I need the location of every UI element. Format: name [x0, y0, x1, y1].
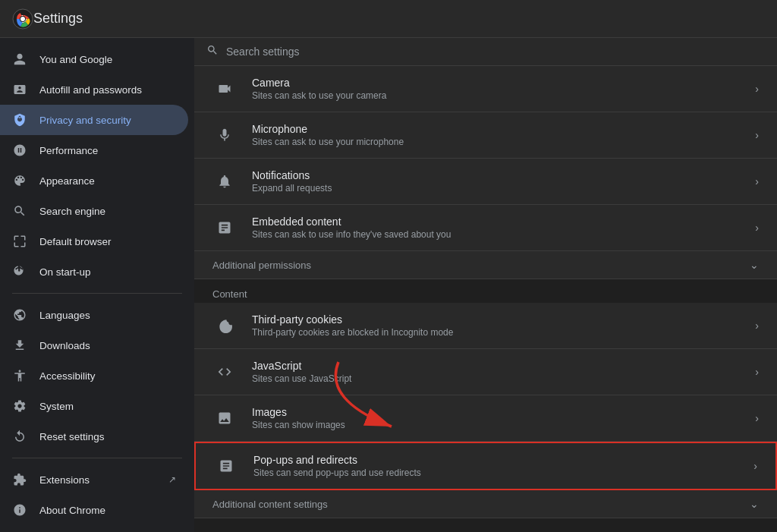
- settings-item-camera[interactable]: Camera Sites can ask to use your camera …: [194, 66, 777, 112]
- sidebar-item-default-browser[interactable]: Default browser: [0, 226, 188, 257]
- sidebar-item-label: On start-up: [39, 266, 176, 278]
- search-icon: [12, 203, 27, 219]
- external-link-icon: ↗: [168, 474, 176, 485]
- sidebar-divider-2: [12, 458, 182, 458]
- sidebar-item-label: Performance: [39, 145, 176, 156]
- sidebar-divider: [12, 293, 182, 294]
- sidebar-item-label: About Chrome: [39, 505, 176, 516]
- sidebar-item-label: Privacy and security: [39, 115, 176, 126]
- sidebar-item-label: Default browser: [39, 236, 176, 247]
- sidebar-item-on-startup[interactable]: On start-up: [0, 257, 188, 287]
- cookie-icon: [212, 313, 237, 338]
- images-title: Images: [252, 406, 740, 418]
- cookies-text: Third-party cookies Third-party cookies …: [252, 313, 740, 338]
- content-section-label: Content: [194, 279, 777, 303]
- microphone-text: Microphone Sites can ask to use your mic…: [252, 123, 740, 147]
- download-icon: [12, 338, 27, 353]
- sidebar-item-label: Search engine: [39, 206, 176, 217]
- javascript-title: JavaScript: [252, 360, 740, 372]
- sidebar-item-appearance[interactable]: Appearance: [0, 165, 188, 196]
- images-text: Images Sites can show images: [252, 406, 740, 430]
- sidebar-item-search-engine[interactable]: Search engine: [0, 196, 188, 226]
- additional-content-settings-header[interactable]: Additional content settings ⌄: [194, 490, 777, 518]
- search-input[interactable]: [226, 46, 765, 58]
- additional-permissions-label: Additional permissions: [212, 260, 750, 271]
- mic-icon: [212, 123, 237, 147]
- speed-icon: [12, 143, 27, 158]
- main-content-area: Camera Sites can ask to use your camera …: [194, 38, 777, 532]
- javascript-desc: Sites can use JavaScript: [252, 373, 740, 384]
- popups-text: Pop-ups and redirects Sites can send pop…: [253, 454, 738, 478]
- chevron-right-icon: ›: [755, 412, 759, 424]
- sidebar-item-you-and-google[interactable]: You and Google: [0, 44, 188, 74]
- cookies-desc: Third-party cookies are blocked in Incog…: [252, 327, 740, 338]
- sidebar-item-label: Appearance: [39, 175, 176, 187]
- notifications-title: Notifications: [252, 169, 740, 181]
- chevron-right-icon: ›: [755, 129, 759, 141]
- settings-item-cookies[interactable]: Third-party cookies Third-party cookies …: [194, 303, 777, 349]
- microphone-title: Microphone: [252, 123, 740, 135]
- settings-item-microphone[interactable]: Microphone Sites can ask to use your mic…: [194, 112, 777, 159]
- additional-permissions-header[interactable]: Additional permissions ⌄: [194, 251, 777, 279]
- search-bar: [194, 38, 777, 66]
- sidebar-item-accessibility[interactable]: Accessibility: [0, 360, 188, 391]
- sidebar-item-label: You and Google: [39, 54, 176, 65]
- popups-title: Pop-ups and redirects: [253, 454, 738, 466]
- sidebar-item-label: Reset settings: [39, 431, 176, 442]
- additional-content-settings-label: Additional content settings: [212, 499, 750, 510]
- settings-item-images[interactable]: Images Sites can show images ›: [194, 395, 777, 442]
- popups-desc: Sites can send pop-ups and use redirects: [253, 467, 738, 478]
- notifications-desc: Expand all requests: [252, 183, 740, 194]
- camera-icon: [212, 77, 237, 101]
- sidebar-item-extensions[interactable]: Extensions ↗: [0, 464, 188, 495]
- sidebar-item-reset[interactable]: Reset settings: [0, 421, 188, 452]
- sidebar-item-label: Downloads: [39, 340, 176, 351]
- sidebar-item-downloads[interactable]: Downloads: [0, 330, 188, 360]
- settings-item-embedded[interactable]: Embedded content Sites can ask to use in…: [194, 205, 777, 251]
- sidebar-item-label: Extensions: [39, 474, 156, 486]
- sidebar-item-languages[interactable]: Languages: [0, 300, 188, 330]
- sidebar-item-label: System: [39, 401, 176, 412]
- settings-item-javascript[interactable]: JavaScript Sites can use JavaScript ›: [194, 349, 777, 395]
- chevron-right-icon: ›: [755, 320, 759, 332]
- search-icon: [206, 44, 219, 59]
- accessibility-icon: [12, 368, 27, 383]
- chevron-right-icon: ›: [755, 175, 759, 187]
- image-icon: [212, 406, 237, 430]
- palette-icon: [12, 173, 27, 188]
- power-icon: [12, 264, 27, 279]
- sidebar-item-performance[interactable]: Performance: [0, 135, 188, 165]
- settings-item-popups[interactable]: Pop-ups and redirects Sites can send pop…: [194, 442, 777, 490]
- embedded-desc: Sites can ask to use info they've saved …: [252, 229, 740, 240]
- badge-icon: [12, 82, 27, 97]
- chevron-right-icon: ›: [755, 83, 759, 95]
- bell-icon: [212, 169, 237, 194]
- puzzle-icon: [12, 472, 27, 487]
- cookies-title: Third-party cookies: [252, 313, 740, 326]
- browser-icon: [12, 234, 27, 249]
- sidebar: You and Google Autofill and passwords Pr…: [0, 38, 194, 532]
- sidebar-item-system[interactable]: System: [0, 391, 188, 421]
- chevron-right-icon: ›: [753, 460, 757, 472]
- sidebar-item-label: Autofill and passwords: [39, 84, 176, 96]
- camera-desc: Sites can ask to use your camera: [252, 90, 740, 101]
- embedded-title: Embedded content: [252, 216, 740, 228]
- sidebar-item-about[interactable]: About Chrome: [0, 495, 188, 525]
- sidebar-item-autofill[interactable]: Autofill and passwords: [0, 74, 188, 105]
- javascript-text: JavaScript Sites can use JavaScript: [252, 360, 740, 384]
- chevron-down-icon: ⌄: [750, 259, 759, 271]
- images-desc: Sites can show images: [252, 420, 740, 430]
- header: Settings: [0, 0, 777, 38]
- sidebar-item-privacy[interactable]: Privacy and security: [0, 105, 188, 135]
- svg-point-3: [20, 17, 25, 21]
- main-layout: You and Google Autofill and passwords Pr…: [0, 38, 777, 532]
- embedded-text: Embedded content Sites can ask to use in…: [252, 216, 740, 240]
- sidebar-item-label: Languages: [39, 310, 176, 321]
- content-scroll[interactable]: Camera Sites can ask to use your camera …: [194, 66, 777, 532]
- settings-item-notifications[interactable]: Notifications Expand all requests ›: [194, 159, 777, 205]
- chevron-down-icon: ⌄: [750, 498, 759, 510]
- code-icon: [212, 360, 237, 384]
- popup-icon: [214, 454, 238, 478]
- shield-icon: [12, 112, 27, 127]
- person-icon: [12, 52, 27, 67]
